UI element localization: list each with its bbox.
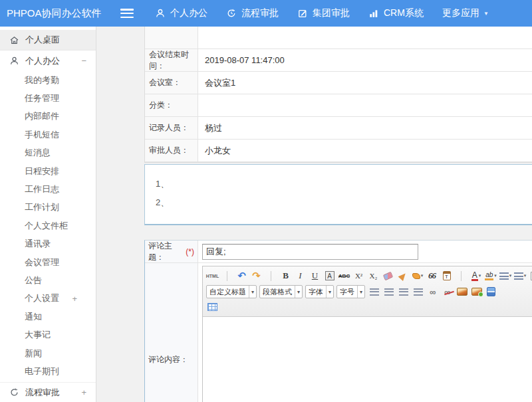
editor-toolbar-row3 — [205, 300, 532, 314]
font-name-icon[interactable]: A — [323, 269, 336, 282]
sidebar-item-schedule[interactable]: 日程安排 — [0, 162, 96, 180]
chevron-down-icon: ▾ — [295, 286, 302, 298]
field-label: 分类： — [145, 94, 198, 116]
rich-text-editor: HTML ↶ ↷ — [202, 266, 532, 402]
form-row-approver: 审批人员： 小龙女 — [145, 140, 532, 162]
underline-icon[interactable]: U — [309, 269, 322, 282]
undo-icon[interactable]: ↶ — [235, 269, 249, 282]
custom-heading-select[interactable]: 自定义标题 ▾ — [206, 285, 257, 298]
sidebar-item-personal-files[interactable]: 个人文件柜 — [0, 217, 96, 235]
strikethrough-icon[interactable]: ABC — [338, 269, 351, 282]
editor-content-area[interactable] — [203, 317, 532, 402]
nav-workflow-approval[interactable]: 流程审批 — [217, 0, 288, 27]
form-row-meeting-room: 会议室： 会议室1 — [145, 72, 532, 94]
align-left-icon[interactable] — [368, 285, 381, 298]
comment-subject-cell — [198, 241, 532, 262]
sidebar-item-notification[interactable]: 通知 — [0, 308, 96, 326]
sidebar-item-label: 新闻 — [25, 348, 42, 359]
sidebar-item-label: 日程安排 — [25, 165, 59, 177]
blockquote-icon[interactable]: 66 — [426, 269, 439, 282]
required-mark: (*) — [186, 247, 194, 256]
nav-group-approval[interactable]: 集团审批 — [288, 0, 359, 27]
sidebar-item-short-message[interactable]: 短消息 — [0, 144, 96, 162]
hamburger-menu-icon[interactable] — [120, 9, 134, 18]
subscript-icon[interactable]: X₂ — [367, 269, 380, 282]
link-icon[interactable]: ∞ — [426, 285, 440, 298]
collapse-icon[interactable]: − — [81, 56, 86, 66]
font-family-select[interactable]: 字体 ▾ — [305, 285, 334, 298]
sidebar-item-personal-desktop[interactable]: 个人桌面 — [0, 30, 96, 50]
sidebar-item-announcement[interactable]: 公告 — [0, 271, 96, 289]
field-label: 记录人员： — [145, 117, 198, 139]
sidebar-item-contacts[interactable]: 通讯录 — [0, 235, 96, 253]
image-icon[interactable] — [456, 285, 469, 298]
sidebar-item-major-events[interactable]: 大事记 — [0, 326, 96, 344]
sidebar-item-sms[interactable]: 手机短信 — [0, 126, 96, 144]
unlink-icon[interactable]: ∞ — [441, 285, 454, 298]
sidebar-item-e-journal[interactable]: 电子期刊 — [0, 362, 96, 380]
expand-icon[interactable]: + — [81, 387, 86, 397]
nav-label: CRM系统 — [384, 7, 424, 19]
italic-icon[interactable]: I — [294, 269, 307, 282]
field-label: 审批人员： — [145, 140, 198, 161]
superscript-icon[interactable]: X² — [352, 269, 366, 282]
ordered-list-icon[interactable]: ▾ — [499, 269, 512, 282]
html-source-button[interactable]: HTML — [206, 269, 219, 282]
sidebar-item-label: 电子期刊 — [25, 365, 59, 377]
remove-format-icon[interactable] — [382, 269, 395, 282]
comment-subject-label: 评论主题： (*) — [145, 241, 198, 262]
media-icon[interactable] — [485, 285, 498, 298]
form-row-recorder: 记录人员： 杨过 — [145, 117, 532, 140]
sidebar-item-work-plan[interactable]: 工作计划 — [0, 199, 96, 217]
align-center-icon[interactable] — [382, 285, 396, 298]
sidebar-item-news[interactable]: 新闻 — [0, 344, 96, 362]
sidebar-item-label: 会议管理 — [25, 256, 59, 268]
format-brush-icon[interactable] — [396, 269, 410, 282]
sidebar-item-personal-office[interactable]: 个人办公 − — [0, 50, 96, 71]
comment-content-label: 评论内容： — [145, 263, 198, 402]
sidebar-item-internal-mail[interactable]: 内部邮件 — [0, 108, 96, 126]
paragraph-format-select[interactable]: 段落格式 ▾ — [259, 285, 303, 298]
font-size-select[interactable]: 字号 ▾ — [336, 285, 365, 298]
align-right-icon[interactable] — [397, 285, 410, 298]
sidebar-item-meeting-management[interactable]: 会议管理 — [0, 253, 96, 271]
toolbar-separator — [455, 269, 468, 282]
color-palette-icon[interactable]: ▾ — [411, 269, 424, 282]
comment-subject-input[interactable] — [202, 244, 418, 260]
highlight-color-icon[interactable]: ab ▾ — [484, 269, 497, 282]
sidebar-item-task-management[interactable]: 任务管理 — [0, 89, 96, 107]
comment-content-cell: HTML ↶ ↷ — [198, 263, 532, 402]
nav-crm-system[interactable]: CRM系统 — [359, 0, 433, 27]
unordered-list-icon[interactable]: ▾ — [513, 269, 527, 282]
sidebar-item-label: 短消息 — [25, 147, 51, 159]
sidebar-item-workflow-approval[interactable]: 流程审批 + — [0, 382, 96, 402]
sidebar-item-attendance[interactable]: 我的考勤 — [0, 71, 96, 89]
sidebar-item-label: 个人设置 — [25, 292, 59, 304]
sidebar-item-label: 个人桌面 — [25, 34, 60, 46]
field-label: 会议室： — [145, 72, 198, 94]
main-content: 会议结束时间： 2019-08-07 11:47:00 会议室： 会议室1 分类… — [97, 27, 532, 402]
align-justify-icon[interactable] — [412, 285, 425, 298]
nav-personal-office[interactable]: 个人办公 — [146, 0, 217, 27]
editor-toolbar-row2: 自定义标题 ▾ 段落格式 ▾ 字体 ▾ 字号 — [205, 284, 532, 300]
sidebar-item-personal-settings[interactable]: 个人设置 + — [0, 290, 96, 308]
sidebar-item-label: 公告 — [25, 274, 42, 286]
minutes-line: 2、 — [156, 193, 532, 212]
bar-chart-icon — [368, 8, 379, 19]
new-page-icon[interactable] — [528, 269, 532, 282]
expand-icon: + — [72, 294, 77, 304]
table-icon[interactable] — [206, 300, 219, 314]
edit-icon — [297, 8, 308, 19]
sidebar-item-work-log[interactable]: 工作日志 — [0, 180, 96, 198]
chevron-down-icon: ▾ — [249, 286, 256, 298]
image-manager-icon[interactable] — [470, 285, 483, 298]
paste-text-icon[interactable]: T — [440, 269, 454, 282]
sidebar-item-label: 内部邮件 — [25, 110, 59, 122]
redo-icon[interactable]: ↷ — [250, 269, 263, 282]
sidebar: 个人桌面 个人办公 − 我的考勤 任务管理 内部邮件 手机短信 短消息 日程安排 — [0, 27, 96, 402]
topbar: PHPOA协同办公软件 个人办公 流程审批 集团审批 CRM系统 更多应用 ▼ — [0, 0, 532, 27]
main-nav: 个人办公 流程审批 集团审批 CRM系统 更多应用 ▼ — [146, 0, 498, 27]
nav-more-apps[interactable]: 更多应用 ▼ — [433, 0, 498, 27]
font-color-icon[interactable]: A ▾ — [469, 269, 483, 282]
bold-icon[interactable]: B — [279, 269, 293, 282]
